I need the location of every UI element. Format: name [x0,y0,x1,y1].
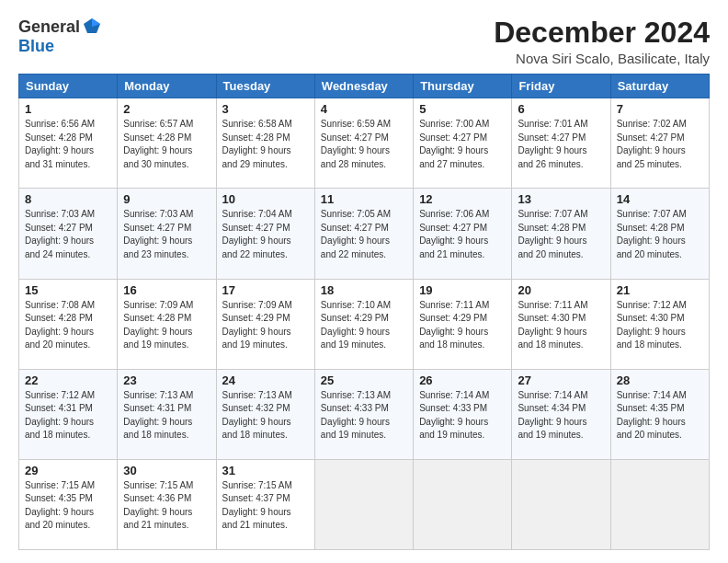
day-number: 4 [321,102,407,116]
logo-flag-icon [82,17,102,37]
day-info: Sunrise: 7:03 AM Sunset: 4:27 PM Dayligh… [123,208,210,261]
calendar-cell: 23Sunrise: 7:13 AM Sunset: 4:31 PM Dayli… [118,369,216,459]
calendar-cell: 29Sunrise: 7:15 AM Sunset: 4:35 PM Dayli… [19,459,118,549]
day-number: 8 [25,192,111,206]
calendar-week-row: 8Sunrise: 7:03 AM Sunset: 4:27 PM Daylig… [19,189,710,279]
day-info: Sunrise: 7:09 AM Sunset: 4:28 PM Dayligh… [123,299,210,352]
calendar-cell: 19Sunrise: 7:11 AM Sunset: 4:29 PM Dayli… [414,279,512,369]
col-header-friday: Friday [512,75,610,98]
day-info: Sunrise: 7:15 AM Sunset: 4:36 PM Dayligh… [123,479,210,533]
day-info: Sunrise: 7:03 AM Sunset: 4:27 PM Dayligh… [25,208,111,261]
day-info: Sunrise: 6:56 AM Sunset: 4:28 PM Dayligh… [25,118,111,171]
calendar-cell: 18Sunrise: 7:10 AM Sunset: 4:29 PM Dayli… [314,279,413,369]
day-number: 20 [518,283,604,297]
calendar-cell: 3Sunrise: 6:58 AM Sunset: 4:28 PM Daylig… [216,98,314,189]
calendar-cell: 14Sunrise: 7:07 AM Sunset: 4:28 PM Dayli… [610,189,709,279]
col-header-monday: Monday [118,75,216,98]
day-number: 29 [25,464,111,477]
day-info: Sunrise: 7:05 AM Sunset: 4:27 PM Dayligh… [321,208,407,261]
day-info: Sunrise: 7:15 AM Sunset: 4:35 PM Dayligh… [25,479,111,533]
day-number: 15 [25,283,111,297]
calendar-cell: 12Sunrise: 7:06 AM Sunset: 4:27 PM Dayli… [414,189,512,279]
calendar-cell: 16Sunrise: 7:09 AM Sunset: 4:28 PM Dayli… [118,279,216,369]
day-info: Sunrise: 7:13 AM Sunset: 4:33 PM Dayligh… [321,389,407,442]
calendar-cell: 1Sunrise: 6:56 AM Sunset: 4:28 PM Daylig… [19,98,118,189]
day-number: 7 [617,102,703,116]
calendar-cell [610,459,709,549]
calendar-cell: 20Sunrise: 7:11 AM Sunset: 4:30 PM Dayli… [512,279,610,369]
calendar-cell: 30Sunrise: 7:15 AM Sunset: 4:36 PM Dayli… [118,459,216,549]
day-number: 23 [123,373,210,387]
day-info: Sunrise: 7:02 AM Sunset: 4:27 PM Dayligh… [617,118,703,171]
day-number: 2 [123,102,210,116]
day-number: 13 [518,192,604,206]
day-info: Sunrise: 7:00 AM Sunset: 4:27 PM Dayligh… [419,118,506,171]
day-number: 27 [518,373,604,387]
calendar-week-row: 29Sunrise: 7:15 AM Sunset: 4:35 PM Dayli… [19,459,710,549]
day-number: 25 [321,373,407,387]
calendar-cell: 10Sunrise: 7:04 AM Sunset: 4:27 PM Dayli… [216,189,314,279]
calendar-cell: 2Sunrise: 6:57 AM Sunset: 4:28 PM Daylig… [118,98,216,189]
day-number: 6 [518,102,604,116]
calendar-cell: 6Sunrise: 7:01 AM Sunset: 4:27 PM Daylig… [512,98,610,189]
day-number: 14 [617,192,703,206]
col-header-wednesday: Wednesday [314,75,413,98]
calendar-cell [512,459,610,549]
day-info: Sunrise: 7:14 AM Sunset: 4:33 PM Dayligh… [419,389,506,442]
logo-blue-text: Blue [18,37,54,55]
day-number: 18 [321,283,407,297]
day-number: 26 [419,373,506,387]
day-number: 24 [222,373,309,387]
day-info: Sunrise: 7:14 AM Sunset: 4:35 PM Dayligh… [617,389,703,442]
day-info: Sunrise: 7:08 AM Sunset: 4:28 PM Dayligh… [25,299,111,352]
day-info: Sunrise: 7:14 AM Sunset: 4:34 PM Dayligh… [518,389,604,442]
header: General Blue December 2024 Nova Siri Sca… [18,17,710,66]
day-number: 31 [222,464,309,477]
month-title: December 2024 [494,17,710,49]
day-info: Sunrise: 6:59 AM Sunset: 4:27 PM Dayligh… [321,118,407,171]
calendar-header-row: SundayMondayTuesdayWednesdayThursdayFrid… [19,75,710,98]
location: Nova Siri Scalo, Basilicate, Italy [494,51,710,66]
day-number: 19 [419,283,506,297]
day-info: Sunrise: 7:15 AM Sunset: 4:37 PM Dayligh… [222,479,309,533]
day-number: 12 [419,192,506,206]
col-header-thursday: Thursday [414,75,512,98]
day-info: Sunrise: 7:06 AM Sunset: 4:27 PM Dayligh… [419,208,506,261]
calendar-cell: 13Sunrise: 7:07 AM Sunset: 4:28 PM Dayli… [512,189,610,279]
calendar-cell: 15Sunrise: 7:08 AM Sunset: 4:28 PM Dayli… [19,279,118,369]
calendar-cell: 9Sunrise: 7:03 AM Sunset: 4:27 PM Daylig… [118,189,216,279]
logo: General Blue [18,17,102,56]
day-number: 21 [617,283,703,297]
day-info: Sunrise: 6:57 AM Sunset: 4:28 PM Dayligh… [123,118,210,171]
day-info: Sunrise: 7:11 AM Sunset: 4:30 PM Dayligh… [518,299,604,352]
day-info: Sunrise: 7:13 AM Sunset: 4:32 PM Dayligh… [222,389,309,442]
day-info: Sunrise: 7:09 AM Sunset: 4:29 PM Dayligh… [222,299,309,352]
day-number: 28 [617,373,703,387]
col-header-tuesday: Tuesday [216,75,314,98]
day-info: Sunrise: 7:07 AM Sunset: 4:28 PM Dayligh… [617,208,703,261]
day-number: 5 [419,102,506,116]
day-number: 1 [25,102,111,116]
calendar-week-row: 15Sunrise: 7:08 AM Sunset: 4:28 PM Dayli… [19,279,710,369]
col-header-sunday: Sunday [19,75,118,98]
calendar-week-row: 22Sunrise: 7:12 AM Sunset: 4:31 PM Dayli… [19,369,710,459]
calendar-cell: 5Sunrise: 7:00 AM Sunset: 4:27 PM Daylig… [414,98,512,189]
calendar-cell: 22Sunrise: 7:12 AM Sunset: 4:31 PM Dayli… [19,369,118,459]
calendar-cell: 28Sunrise: 7:14 AM Sunset: 4:35 PM Dayli… [610,369,709,459]
calendar-cell: 11Sunrise: 7:05 AM Sunset: 4:27 PM Dayli… [314,189,413,279]
day-number: 11 [321,192,407,206]
calendar-cell: 27Sunrise: 7:14 AM Sunset: 4:34 PM Dayli… [512,369,610,459]
calendar-cell: 8Sunrise: 7:03 AM Sunset: 4:27 PM Daylig… [19,189,118,279]
calendar-cell: 7Sunrise: 7:02 AM Sunset: 4:27 PM Daylig… [610,98,709,189]
calendar-week-row: 1Sunrise: 6:56 AM Sunset: 4:28 PM Daylig… [19,98,710,189]
calendar-cell: 24Sunrise: 7:13 AM Sunset: 4:32 PM Dayli… [216,369,314,459]
day-number: 30 [123,464,210,477]
calendar-cell [414,459,512,549]
day-info: Sunrise: 7:10 AM Sunset: 4:29 PM Dayligh… [321,299,407,352]
day-info: Sunrise: 7:11 AM Sunset: 4:29 PM Dayligh… [419,299,506,352]
page: General Blue December 2024 Nova Siri Sca… [0,0,728,563]
day-info: Sunrise: 7:07 AM Sunset: 4:28 PM Dayligh… [518,208,604,261]
day-info: Sunrise: 6:58 AM Sunset: 4:28 PM Dayligh… [222,118,309,171]
day-info: Sunrise: 7:12 AM Sunset: 4:30 PM Dayligh… [617,299,703,352]
day-number: 3 [222,102,309,116]
